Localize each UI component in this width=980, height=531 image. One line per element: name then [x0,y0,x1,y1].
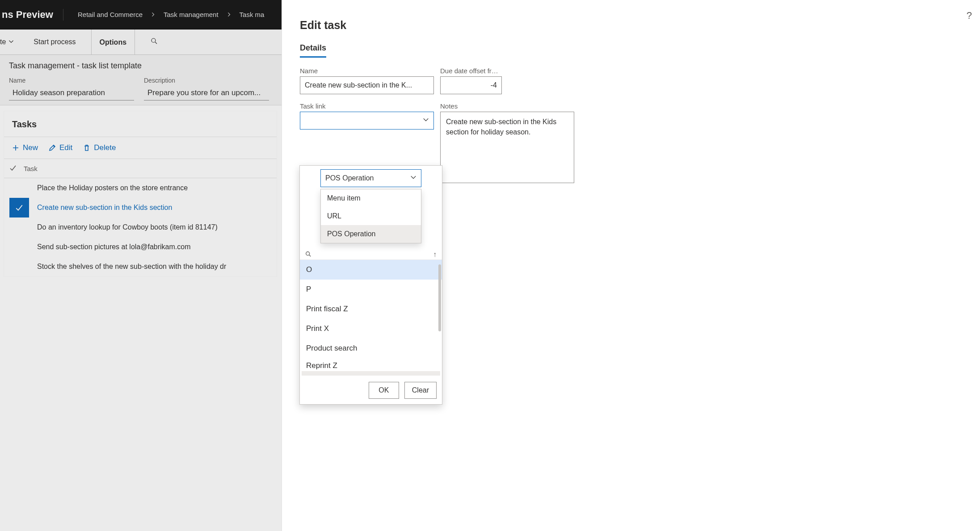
link-type-option[interactable]: URL [321,207,421,225]
field-label: Name [9,77,134,84]
background-page: ns Preview Retail and Commerce Task mana… [0,0,282,531]
start-process-button[interactable]: Start process [29,38,80,46]
input-value: Create new sub-section in the K... [305,81,412,89]
search-button[interactable] [146,37,163,47]
lookup-header-row: ↑ [300,246,442,259]
task-link-lookup-flyout: POS Operation Menu item URL POS Operatio… [299,165,442,405]
task-row[interactable]: Send sub-section pictures at lola@fabrik… [4,237,277,257]
due-offset-input[interactable]: -4 [440,76,502,94]
name-input[interactable]: Create new sub-section in the K... [300,76,434,94]
task-row[interactable]: Place the Holiday posters on the store e… [4,178,277,198]
scrollbar-thumb[interactable] [438,264,441,331]
textarea-value: Create new sub-section in the Kids secti… [446,118,556,136]
field-label: Description [144,77,269,84]
task-text: Send sub-section pictures at lola@fabrik… [29,243,191,251]
task-row[interactable]: Do an inventory lookup for Cowboy boots … [4,217,277,237]
link-type-option[interactable]: POS Operation [321,225,421,243]
tasks-grid-header: Task [4,159,277,178]
trash-icon [83,144,90,151]
chevron-down-icon [8,38,14,46]
button-label: Delete [94,143,116,152]
ok-button[interactable]: OK [369,382,399,399]
chevron-right-icon [227,11,231,18]
row-marker[interactable] [9,198,29,217]
name-field: Name Holiday season preparation [9,77,134,100]
notes-textarea[interactable]: Create new sub-section in the Kids secti… [440,112,574,183]
description-value[interactable]: Prepare you store for an upcom... [144,86,269,100]
breadcrumb-item[interactable]: Retail and Commerce [78,11,143,18]
row-marker[interactable] [9,237,29,257]
tasks-section: Tasks New Edit Delete Task [4,111,277,277]
link-type-option[interactable]: Menu item [321,189,421,207]
operation-row[interactable]: Print fiscal Z [300,299,442,319]
field-label: Due date offset from target date (+/- ..… [440,67,502,75]
task-text: Create new sub-section in the Kids secti… [29,204,172,212]
new-button[interactable]: New [12,143,38,152]
action-pane: te Start process Options [0,29,282,55]
name-value[interactable]: Holiday season preparation [9,86,134,100]
options-button[interactable]: Options [91,29,135,54]
tasks-heading: Tasks [4,111,277,137]
task-link-dropdown[interactable] [300,112,434,130]
field-label: Task link [300,102,434,110]
svg-point-1 [306,251,310,255]
field-label: Name [300,67,434,75]
task-text: Place the Holiday posters on the store e… [29,184,188,192]
operation-row[interactable]: Reprint Z [300,358,442,371]
chevron-right-icon [151,11,156,18]
search-icon[interactable] [305,251,311,259]
sort-ascending-icon[interactable]: ↑ [433,251,437,259]
row-marker[interactable] [9,178,29,198]
task-row[interactable]: Stock the shelves of the new sub-section… [4,257,277,276]
breadcrumb-item[interactable]: Task ma [240,11,265,18]
input-value: -4 [491,81,497,89]
description-field: Description Prepare you store for an upc… [144,77,269,100]
edit-button[interactable]: Edit [49,143,72,152]
action-item-truncated[interactable]: te [0,38,18,46]
task-text: Do an inventory lookup for Cowboy boots … [29,223,218,231]
plus-icon [12,144,19,151]
panel-title: Edit task [300,19,577,32]
operation-row[interactable]: Print X [300,319,442,339]
checkmark-icon[interactable] [9,164,17,173]
link-type-options: Menu item URL POS Operation [320,189,421,243]
app-title-fragment: ns Preview [0,9,63,21]
column-header-task[interactable]: Task [17,165,38,172]
page-subtitle: Task management - task list template [9,61,273,71]
tasks-toolbar: New Edit Delete [4,137,277,159]
task-text: Stock the shelves of the new sub-section… [29,263,226,271]
operation-row[interactable]: Product search [300,339,442,358]
chevron-down-icon [423,117,429,125]
action-label: Options [100,29,126,55]
operation-row[interactable]: P [300,280,442,299]
search-icon [150,37,158,47]
clear-button[interactable]: Clear [404,382,437,399]
tab-strip: Details [300,43,577,58]
row-marker[interactable] [9,257,29,276]
button-label: New [23,143,38,152]
link-type-select[interactable]: POS Operation [320,169,421,187]
task-row[interactable]: Create new sub-section in the Kids secti… [4,198,277,217]
svg-point-0 [151,38,156,42]
row-marker[interactable] [9,217,29,237]
chevron-down-icon [410,174,416,182]
form-header: Task management - task list template Nam… [0,55,282,105]
help-icon[interactable]: ? [967,10,972,21]
breadcrumb: Retail and Commerce Task management Task… [63,11,265,18]
checkmark-icon [15,204,23,212]
button-label: Edit [59,143,72,152]
pencil-icon [49,144,56,151]
operation-list[interactable]: O P Print fiscal Z Print X Product searc… [300,259,442,371]
action-label: Start process [34,38,76,46]
horizontal-scrollbar[interactable] [302,371,440,376]
top-bar: ns Preview Retail and Commerce Task mana… [0,0,282,29]
tab-details[interactable]: Details [300,43,326,58]
operation-row[interactable]: O [300,260,442,280]
delete-button[interactable]: Delete [83,143,116,152]
select-value: POS Operation [325,174,374,182]
field-label: Notes [440,102,574,110]
action-label: te [0,38,6,46]
breadcrumb-item[interactable]: Task management [164,11,219,18]
